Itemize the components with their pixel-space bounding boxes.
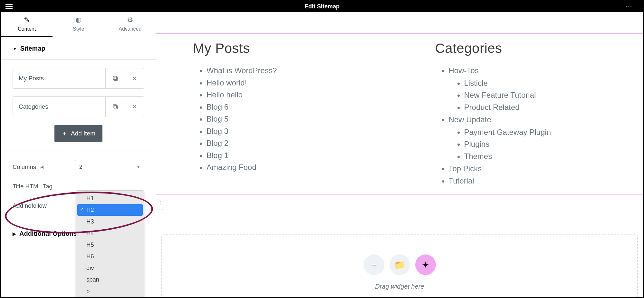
tab-label: Content [18,26,36,32]
columns-select[interactable]: 2 ▼ [75,160,144,174]
more-button[interactable]: ⋯ [626,3,639,10]
editor-sidebar: ✎ Content ◐ Style ⚙ Advanced ▼ Sitemap M… [1,12,156,297]
list-item[interactable]: Payment Gateway Plugin [464,126,636,138]
list-item[interactable]: Blog 2 [207,137,394,149]
tab-label: Style [73,26,84,32]
list-item[interactable]: New Feature Tutorial [464,89,636,101]
dropdown-option[interactable]: H3 [77,216,143,227]
list-item[interactable]: Blog 1 [207,149,394,162]
section-toggle-sitemap[interactable]: ▼ Sitemap [13,45,144,52]
gear-icon: ⚙ [127,16,133,24]
sitemap-item[interactable]: Categories ✕ [13,96,144,117]
dropdown-option[interactable]: H6 [77,251,143,262]
columns-value: 2 [79,164,82,170]
sitemap-column-posts: My Posts What is WordPress? Hello world!… [158,41,400,187]
chevron-down-icon: ▼ [137,165,140,169]
columns-label: Columns [13,164,36,171]
list-item[interactable]: Listicle [464,77,636,89]
editor-topbar: Edit Sitemap ⋯ [1,1,643,12]
contrast-icon: ◐ [75,16,82,24]
copy-icon [112,103,119,110]
control-title-tag: Title HTML Tag H1 H2 H3 H4 H5 H6 div spa… [13,177,144,196]
add-item-label: Add Item [71,130,95,137]
list-item[interactable]: Top Picks [449,163,636,175]
list-item[interactable]: Blog 6 [207,101,394,113]
topbar-title: Edit Sitemap [18,3,626,10]
list-item[interactable]: What is WordPress? [207,65,394,77]
tab-style[interactable]: ◐ Style [53,12,104,37]
add-section-dropzone[interactable]: ＋ 📁 ✦ Drag widget here [161,234,638,298]
pencil-icon: ✎ [24,16,30,24]
close-icon: ✕ [132,74,137,82]
editor-tabs: ✎ Content ◐ Style ⚙ Advanced [1,12,156,37]
column-heading: Categories [435,41,636,56]
sitemap-item-label: My Posts [13,68,105,88]
delete-button[interactable]: ✕ [125,97,144,117]
plus-icon: ＋ [62,129,68,138]
tab-advanced[interactable]: ⚙ Advanced [104,12,156,37]
list-item[interactable]: Blog 3 [207,125,394,137]
tab-label: Advanced [119,26,141,32]
sitemap-item[interactable]: My Posts ✕ [13,68,144,89]
caret-down-icon: ▼ [13,46,17,51]
sitemap-column-categories: Categories How-Tos Listicle New Feature … [400,41,642,187]
svg-rect-3 [113,105,116,108]
svg-rect-1 [113,76,116,80]
chevron-left-icon: 〈 [157,200,161,206]
add-widget-button[interactable]: ＋ [364,254,384,275]
list-item[interactable]: Hello hello [207,89,394,101]
desktop-icon[interactable]: 🖥 [39,164,44,170]
duplicate-button[interactable] [105,97,125,117]
sparkle-icon: ✦ [422,260,429,270]
dropdown-option[interactable]: H5 [77,239,143,251]
copy-icon [112,75,119,82]
dropdown-option[interactable]: H4 [77,227,143,239]
hamburger-icon [5,4,13,9]
dropdown-option[interactable]: p [77,285,143,297]
list-item[interactable]: Themes [464,150,636,163]
duplicate-button[interactable] [105,68,125,88]
delete-button[interactable]: ✕ [125,68,144,88]
column-heading: My Posts [193,41,394,56]
list-item[interactable]: How-Tos Listicle New Feature Tutorial Pr… [449,65,636,114]
folder-icon: 📁 [394,260,405,270]
close-icon: ✕ [132,103,137,111]
menu-button[interactable] [5,4,18,9]
section-title: Sitemap [20,45,45,52]
control-columns: Columns 🖥 2 ▼ [13,157,144,177]
posts-list: What is WordPress? Hello world! Hello he… [193,65,394,174]
list-item[interactable]: Blog 5 [207,113,394,125]
add-item-button[interactable]: ＋ Add Item [54,125,102,142]
svg-rect-0 [114,77,117,80]
dots-icon: ⋯ [626,3,633,10]
list-item[interactable]: New Update Payment Gateway Plugin Plugin… [449,114,636,163]
ai-button[interactable]: ✦ [415,254,436,275]
sitemap-widget[interactable]: My Posts What is WordPress? Hello world!… [156,33,643,194]
list-item[interactable]: Plugins [464,138,636,150]
list-item[interactable]: Amazing Food [207,161,394,174]
collapse-panel-button[interactable]: 〈 [156,196,163,210]
tab-content[interactable]: ✎ Content [1,12,53,37]
dropdown-option[interactable]: H1 [77,193,143,204]
template-library-button[interactable]: 📁 [389,254,410,275]
dropdown-option[interactable]: div [77,262,143,274]
title-tag-label: Title HTML Tag [13,183,53,190]
section-title: Additional Options [19,230,77,237]
plus-icon: ＋ [370,259,379,271]
sitemap-item-label: Categories [13,97,105,117]
dropzone-text: Drag widget here [375,283,424,290]
dropdown-option[interactable]: span [77,274,143,285]
dropdown-option[interactable]: H2 [77,204,143,216]
preview-canvas: 〈 My Posts What is WordPress? Hello worl… [156,12,643,297]
caret-right-icon: ▶ [13,231,16,236]
svg-rect-2 [114,105,117,109]
list-item[interactable]: Product Related [464,101,636,114]
list-item[interactable]: Hello world! [207,77,394,89]
list-item[interactable]: Tutorial [449,175,636,187]
categories-list: How-Tos Listicle New Feature Tutorial Pr… [435,65,636,187]
nofollow-label: Add nofollow [13,202,47,209]
title-tag-dropdown[interactable]: H1 H2 H3 H4 H5 H6 div span p [76,190,144,298]
